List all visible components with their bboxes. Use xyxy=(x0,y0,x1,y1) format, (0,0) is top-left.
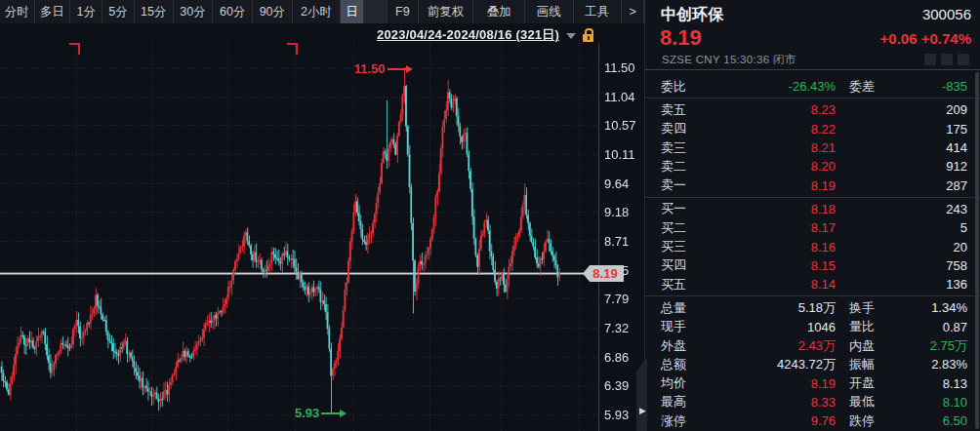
bid-row-2[interactable]: 买二8.175 xyxy=(645,218,980,237)
current-price-tag: 8.19 xyxy=(583,265,624,282)
tab-60min[interactable]: 60分 xyxy=(213,0,253,23)
quote-view-button-1[interactable] xyxy=(924,54,936,65)
ask-row-3[interactable]: 卖三8.21414 xyxy=(645,138,980,157)
stock-code: 300056 xyxy=(922,6,971,22)
arrow-right-icon xyxy=(321,412,341,414)
tab-1min[interactable]: 1分 xyxy=(70,0,102,23)
change-value: +0.06 xyxy=(880,30,918,47)
y-axis-tick: 9.18 xyxy=(604,205,641,219)
button-f9[interactable]: F9 xyxy=(388,0,419,23)
kline-chart-area: 分时多日1分5分15分30分60分90分2小时日F9前复权叠加画线工具> 202… xyxy=(0,0,644,431)
y-axis-tick: 6.39 xyxy=(604,378,641,393)
header-buttons xyxy=(924,54,969,65)
y-axis-tick: 11.50 xyxy=(604,60,641,75)
y-axis-tick: 11.04 xyxy=(604,90,641,104)
ex-dividend-marker xyxy=(69,43,80,55)
quote-view-button-2[interactable] xyxy=(941,54,953,65)
bid-row-3[interactable]: 买三8.1620 xyxy=(645,237,980,255)
y-axis-tick: 10.11 xyxy=(604,147,641,162)
stat-row-weibi: 委比-26.43%委差-835 xyxy=(645,77,980,96)
date-range-label[interactable]: 2023/04/24-2024/08/16 (321日) xyxy=(377,26,559,44)
stat-row-volume: 总量5.18万换手1.34% xyxy=(645,298,980,317)
y-axis-tick: 8.71 xyxy=(604,234,641,249)
stat-row-limit: 涨停9.76跌停6.50 xyxy=(645,411,980,430)
button-forward-adjust[interactable]: 前复权 xyxy=(419,0,474,23)
stat-row-avg-open: 均价8.19开盘8.13 xyxy=(645,373,980,392)
stat-row-high-low: 最高8.33最低8.10 xyxy=(645,393,980,411)
change-percent: +0.74% xyxy=(921,30,971,47)
ask-row-1[interactable]: 卖一8.19287 xyxy=(645,176,980,194)
panel-scrollbar[interactable] xyxy=(975,72,979,429)
button-toolbar-more[interactable]: > xyxy=(622,0,644,23)
low-annotation-label: 5.93 xyxy=(295,406,319,420)
order-book: 委比-26.43%委差-835卖五8.23209卖四8.22175卖三8.214… xyxy=(645,70,980,430)
chevron-down-icon[interactable] xyxy=(566,33,576,39)
tab-minute-line[interactable]: 分时 xyxy=(0,0,35,23)
price-change: +0.06 +0.74% xyxy=(880,30,971,47)
exchange-status: SZSE CNY 15:30:36 闭市 xyxy=(662,53,796,67)
tab-15min[interactable]: 15分 xyxy=(135,0,174,23)
ask-row-4[interactable]: 卖四8.22175 xyxy=(645,120,980,138)
date-range-control[interactable]: 2023/04/24-2024/08/16 (321日) xyxy=(377,25,593,45)
y-axis-tick: 6.86 xyxy=(604,350,641,365)
tab-daily[interactable]: 日 xyxy=(341,0,364,23)
tab-multi-day[interactable]: 多日 xyxy=(35,0,71,23)
stat-row-current-hand: 现手1046量比0.87 xyxy=(645,318,980,336)
divider xyxy=(645,98,980,98)
stat-row-turnover: 总额4243.72万振幅2.83% xyxy=(645,355,980,373)
y-axis-tick: 10.57 xyxy=(604,118,641,133)
low-annotation: 5.93 xyxy=(295,406,341,420)
button-tools[interactable]: 工具 xyxy=(574,0,623,23)
ask-row-2[interactable]: 卖二8.20912 xyxy=(645,157,980,176)
arrow-right-icon xyxy=(388,68,407,70)
lock-icon[interactable] xyxy=(583,28,593,42)
bid-row-5[interactable]: 买五8.14136 xyxy=(645,275,980,294)
y-axis-tick: 7.32 xyxy=(604,321,641,335)
ask-row-5[interactable]: 卖五8.23209 xyxy=(645,100,980,119)
tab-blank[interactable] xyxy=(364,0,388,23)
stat-row-outer-inner: 外盘2.43万内盘2.75万 xyxy=(645,336,980,355)
y-axis-tick: 5.93 xyxy=(604,408,641,422)
button-draw-line[interactable]: 画线 xyxy=(525,0,574,23)
collapse-arrow-icon[interactable]: ▶ xyxy=(639,406,646,415)
tab-30min[interactable]: 30分 xyxy=(174,0,214,23)
y-axis-tick: 9.64 xyxy=(604,176,641,191)
high-annotation-label: 11.50 xyxy=(354,61,386,76)
stock-app-window: 分时多日1分5分15分30分60分90分2小时日F9前复权叠加画线工具> 202… xyxy=(0,0,980,431)
divider xyxy=(645,197,980,198)
bid-row-4[interactable]: 买四8.15758 xyxy=(645,256,980,275)
high-annotation: 11.50 xyxy=(354,61,407,76)
quote-panel-header: 中创环保 300056 8.19 +0.06 +0.74% SZSE CNY 1… xyxy=(645,0,980,70)
last-price: 8.19 xyxy=(660,25,702,51)
stock-name: 中创环保 xyxy=(661,5,723,25)
tab-90min[interactable]: 90分 xyxy=(253,0,293,23)
tab-5min[interactable]: 5分 xyxy=(102,0,135,23)
quote-view-button-3[interactable] xyxy=(958,54,969,65)
bid-row-1[interactable]: 买一8.18243 xyxy=(645,200,980,218)
divider xyxy=(645,295,980,296)
y-axis-tick: 7.79 xyxy=(604,292,641,306)
ex-dividend-marker xyxy=(287,43,298,55)
tab-2hour[interactable]: 2小时 xyxy=(293,0,342,23)
quote-panel: 中创环保 300056 8.19 +0.06 +0.74% SZSE CNY 1… xyxy=(644,0,980,431)
button-overlay[interactable]: 叠加 xyxy=(473,0,525,23)
candlestick-canvas[interactable] xyxy=(0,0,644,431)
period-toolbar: 分时多日1分5分15分30分60分90分2小时日F9前复权叠加画线工具> xyxy=(0,0,644,23)
